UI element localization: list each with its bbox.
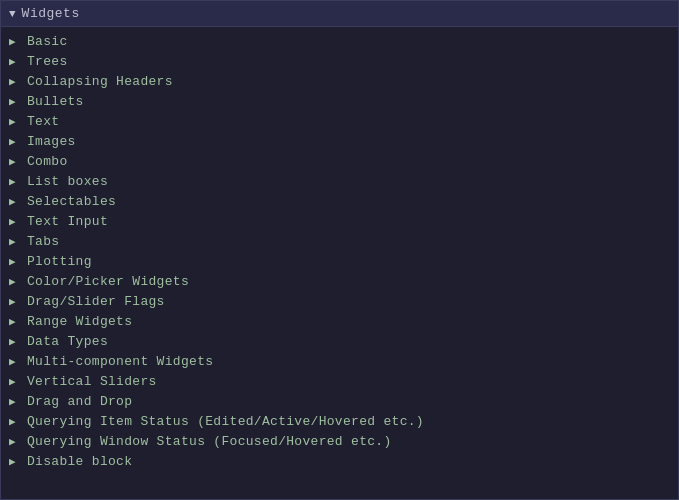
tree-arrow-multi-component-widgets: ▶ [9, 355, 21, 368]
tree-arrow-trees: ▶ [9, 55, 21, 68]
tree-arrow-color-picker-widgets: ▶ [9, 275, 21, 288]
tree-item-multi-component-widgets[interactable]: ▶Multi-component Widgets [1, 351, 678, 371]
tree-item-plotting[interactable]: ▶Plotting [1, 251, 678, 271]
tree-item-disable-block[interactable]: ▶Disable block [1, 451, 678, 471]
tree-item-range-widgets[interactable]: ▶Range Widgets [1, 311, 678, 331]
tree-item-trees[interactable]: ▶Trees [1, 51, 678, 71]
tree-label-drag-and-drop: Drag and Drop [27, 394, 132, 409]
header-collapse-arrow: ▼ [9, 8, 16, 20]
tree-label-multi-component-widgets: Multi-component Widgets [27, 354, 213, 369]
tree-arrow-plotting: ▶ [9, 255, 21, 268]
tree-label-text-input: Text Input [27, 214, 108, 229]
tree-arrow-text-input: ▶ [9, 215, 21, 228]
tree-label-images: Images [27, 134, 76, 149]
tree-arrow-range-widgets: ▶ [9, 315, 21, 328]
tree-item-basic[interactable]: ▶Basic [1, 31, 678, 51]
tree-item-querying-item-status[interactable]: ▶Querying Item Status (Edited/Active/Hov… [1, 411, 678, 431]
header-title: Widgets [22, 6, 80, 21]
tree-item-list-boxes[interactable]: ▶List boxes [1, 171, 678, 191]
widgets-window: ▼ Widgets ▶Basic▶Trees▶Collapsing Header… [0, 0, 679, 500]
tree-label-drag-slider-flags: Drag/Slider Flags [27, 294, 165, 309]
tree-item-combo[interactable]: ▶Combo [1, 151, 678, 171]
tree-item-collapsing-headers[interactable]: ▶Collapsing Headers [1, 71, 678, 91]
tree-arrow-combo: ▶ [9, 155, 21, 168]
tree-arrow-bullets: ▶ [9, 95, 21, 108]
tree-label-color-picker-widgets: Color/Picker Widgets [27, 274, 189, 289]
tree-item-vertical-sliders[interactable]: ▶Vertical Sliders [1, 371, 678, 391]
tree-arrow-drag-slider-flags: ▶ [9, 295, 21, 308]
tree-arrow-vertical-sliders: ▶ [9, 375, 21, 388]
tree-item-drag-slider-flags[interactable]: ▶Drag/Slider Flags [1, 291, 678, 311]
tree-arrow-tabs: ▶ [9, 235, 21, 248]
tree-arrow-text: ▶ [9, 115, 21, 128]
tree-label-basic: Basic [27, 34, 68, 49]
tree-arrow-disable-block: ▶ [9, 455, 21, 468]
tree-label-data-types: Data Types [27, 334, 108, 349]
tree-label-bullets: Bullets [27, 94, 84, 109]
tree-arrow-selectables: ▶ [9, 195, 21, 208]
tree-item-selectables[interactable]: ▶Selectables [1, 191, 678, 211]
tree-content: ▶Basic▶Trees▶Collapsing Headers▶Bullets▶… [1, 27, 678, 499]
tree-label-collapsing-headers: Collapsing Headers [27, 74, 173, 89]
tree-item-data-types[interactable]: ▶Data Types [1, 331, 678, 351]
widgets-header[interactable]: ▼ Widgets [1, 1, 678, 27]
tree-arrow-querying-window-status: ▶ [9, 435, 21, 448]
tree-label-querying-window-status: Querying Window Status (Focused/Hovered … [27, 434, 392, 449]
tree-item-bullets[interactable]: ▶Bullets [1, 91, 678, 111]
tree-label-vertical-sliders: Vertical Sliders [27, 374, 157, 389]
tree-label-trees: Trees [27, 54, 68, 69]
tree-label-range-widgets: Range Widgets [27, 314, 132, 329]
tree-label-tabs: Tabs [27, 234, 59, 249]
tree-item-text-input[interactable]: ▶Text Input [1, 211, 678, 231]
tree-arrow-list-boxes: ▶ [9, 175, 21, 188]
tree-label-plotting: Plotting [27, 254, 92, 269]
tree-label-combo: Combo [27, 154, 68, 169]
tree-label-disable-block: Disable block [27, 454, 132, 469]
tree-label-list-boxes: List boxes [27, 174, 108, 189]
tree-item-drag-and-drop[interactable]: ▶Drag and Drop [1, 391, 678, 411]
tree-label-text: Text [27, 114, 59, 129]
tree-label-querying-item-status: Querying Item Status (Edited/Active/Hove… [27, 414, 424, 429]
tree-arrow-data-types: ▶ [9, 335, 21, 348]
tree-item-text[interactable]: ▶Text [1, 111, 678, 131]
tree-label-selectables: Selectables [27, 194, 116, 209]
tree-item-color-picker-widgets[interactable]: ▶Color/Picker Widgets [1, 271, 678, 291]
tree-arrow-querying-item-status: ▶ [9, 415, 21, 428]
tree-item-images[interactable]: ▶Images [1, 131, 678, 151]
tree-arrow-collapsing-headers: ▶ [9, 75, 21, 88]
tree-arrow-images: ▶ [9, 135, 21, 148]
tree-item-querying-window-status[interactable]: ▶Querying Window Status (Focused/Hovered… [1, 431, 678, 451]
tree-item-tabs[interactable]: ▶Tabs [1, 231, 678, 251]
tree-arrow-drag-and-drop: ▶ [9, 395, 21, 408]
tree-arrow-basic: ▶ [9, 35, 21, 48]
